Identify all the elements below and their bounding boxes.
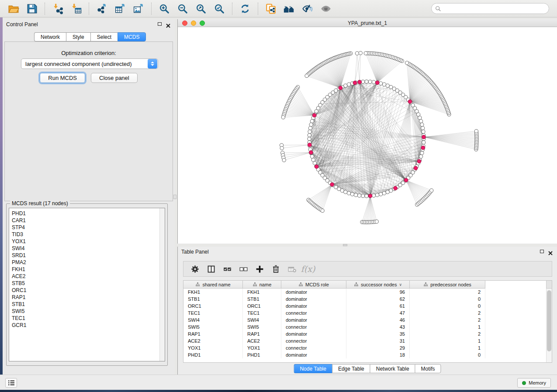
table-scrollbar-thumb[interactable] — [547, 290, 551, 351]
table-cell: STB1 — [243, 296, 281, 303]
zoom-selected-button[interactable] — [211, 1, 227, 16]
function-builder-button[interactable]: f(x) — [301, 262, 315, 275]
close-panel-icon[interactable] — [548, 249, 553, 254]
mcds-result-title: MCDS result (17 nodes) — [10, 200, 70, 206]
tab-motifs[interactable]: Motifs — [415, 364, 441, 373]
status-bar: Memory — [0, 375, 557, 390]
table-mode-button[interactable] — [188, 262, 202, 275]
mcds-list-scrollbar[interactable] — [159, 208, 165, 361]
search-box — [431, 3, 549, 14]
task-history-button[interactable] — [5, 378, 17, 388]
toolbar-separator — [45, 3, 45, 15]
tab-network-table[interactable]: Network Table — [370, 364, 415, 373]
table-row[interactable]: SWI4SWI4dominator462 — [183, 316, 485, 323]
zoom-fit-button[interactable] — [193, 1, 209, 16]
table-cell: 61 — [346, 303, 410, 309]
mcds-result-list: PHD1CAR1STP4TID3YOX1SWI4SRD1PMA2FKH1ACE2… — [9, 208, 165, 329]
column-type-icon — [195, 282, 200, 287]
column-header-name[interactable]: name — [243, 281, 281, 289]
import-network-button[interactable] — [50, 1, 66, 16]
table-row[interactable]: TEC1TEC1connector472 — [183, 309, 485, 316]
table-cell: 43 — [346, 323, 410, 330]
save-session-button[interactable] — [24, 1, 40, 16]
tab-style[interactable]: Style — [66, 32, 90, 41]
table-row[interactable]: SWI5SWI5connector431 — [183, 323, 485, 330]
apply-layout-button[interactable] — [237, 1, 253, 16]
horizontal-splitter[interactable] — [177, 244, 557, 247]
table-cell: 2 — [410, 316, 485, 323]
tab-select[interactable]: Select — [90, 32, 118, 41]
table-row[interactable]: PHD1PHD1dominator180 — [183, 351, 485, 358]
tab-mcds[interactable]: MCDS — [118, 32, 146, 41]
search-input[interactable] — [444, 4, 545, 13]
table-cell: 29 — [346, 344, 410, 351]
show-all-button[interactable] — [318, 1, 334, 16]
tab-edge-table[interactable]: Edge Table — [332, 364, 370, 373]
network-graph[interactable] — [178, 27, 557, 244]
create-column-button[interactable] — [253, 262, 266, 275]
hide-selected-button[interactable] — [300, 1, 315, 16]
fx-icon: f(x) — [301, 264, 315, 274]
mcds-result-listbox: PHD1CAR1STP4TID3YOX1SWI4SRD1PMA2FKH1ACE2… — [9, 208, 165, 361]
zoom-in-icon — [159, 3, 170, 14]
mcds-result-item: STP4 — [12, 224, 165, 231]
close-panel-icon[interactable] — [166, 22, 170, 26]
run-mcds-button[interactable]: Run MCDS — [40, 73, 85, 83]
delete-table-button[interactable] — [285, 262, 299, 275]
memory-button[interactable]: Memory — [517, 378, 551, 388]
show-columns-button[interactable] — [204, 262, 218, 275]
network-window-titlebar[interactable]: YPA_prune.txt_1 — [178, 19, 557, 27]
optimization-criterion-select[interactable]: largest connected component (undirected) — [21, 58, 158, 69]
table-cell: 47 — [346, 309, 410, 316]
node-table: shared namenameMCDS rolesuccessor nodes∨… — [183, 280, 552, 363]
duplicate-network-button[interactable] — [263, 1, 279, 16]
table-row[interactable]: STB1STB1dominator620 — [183, 296, 485, 303]
optimization-criterion-label: Optimization criterion: — [5, 50, 173, 56]
mcds-result-item: CAR1 — [12, 217, 165, 224]
column-header-predecessor-nodes[interactable]: predecessor nodes — [410, 281, 485, 289]
table-row[interactable]: RAP1RAP1dominator352 — [183, 330, 485, 337]
table-cell: dominator — [281, 351, 346, 358]
zoom-out-icon — [177, 3, 188, 14]
open-session-button[interactable] — [6, 1, 21, 16]
mcds-result-item: ACE2 — [12, 273, 165, 280]
network-canvas[interactable] — [178, 27, 557, 244]
table-cell: connector — [281, 309, 346, 316]
import-network-icon — [52, 3, 63, 14]
table-cell: ACE2 — [243, 337, 281, 344]
table-cell: PHD1 — [183, 351, 243, 358]
tab-node-table[interactable]: Node Table — [294, 364, 332, 373]
table-row[interactable]: ORC1ORC1dominator610 — [183, 303, 485, 309]
float-panel-icon[interactable] — [540, 250, 544, 253]
table-vertical-scrollbar[interactable] — [546, 281, 552, 362]
table-cell: SWI5 — [183, 323, 243, 330]
table-cell: connector — [281, 323, 346, 330]
zoom-in-button[interactable] — [156, 1, 172, 16]
export-table-button[interactable] — [112, 1, 128, 16]
unselect-all-columns-button[interactable] — [236, 262, 250, 275]
vertical-splitter-handle[interactable] — [173, 195, 176, 199]
column-header-shared-name[interactable]: shared name — [183, 281, 243, 289]
delete-columns-button[interactable] — [269, 262, 283, 275]
table-row[interactable]: YOX1YOX1connector291 — [183, 344, 485, 351]
zoom-out-button[interactable] — [175, 1, 190, 16]
horizontal-splitter-handle[interactable] — [343, 244, 347, 246]
first-neighbors-button[interactable] — [281, 1, 297, 16]
export-image-button[interactable] — [131, 1, 146, 16]
close-panel-button[interactable]: Close panel — [91, 73, 138, 83]
select-all-columns-button[interactable] — [220, 262, 234, 275]
export-network-button[interactable] — [94, 1, 110, 16]
tab-network[interactable]: Network — [34, 32, 66, 41]
table-cell: STB1 — [183, 296, 243, 303]
plus-icon — [255, 265, 264, 274]
column-header-mcds-role[interactable]: MCDS role — [281, 281, 346, 289]
table-cell: TEC1 — [183, 309, 243, 316]
table-cell: 1 — [410, 323, 485, 330]
table-cell: dominator — [281, 316, 346, 323]
column-header-successor-nodes[interactable]: successor nodes∨ — [346, 281, 410, 289]
table-row[interactable]: FKH1FKH1dominator962 — [183, 289, 485, 296]
table-cell: dominator — [281, 330, 346, 337]
import-table-button[interactable] — [68, 1, 84, 16]
table-row[interactable]: ACE2ACE2connector311 — [183, 337, 485, 344]
float-panel-icon[interactable] — [158, 22, 162, 26]
